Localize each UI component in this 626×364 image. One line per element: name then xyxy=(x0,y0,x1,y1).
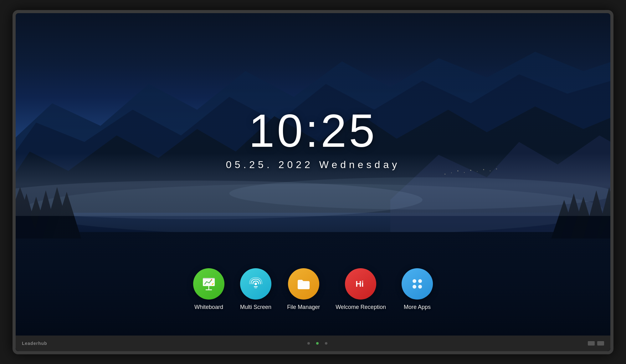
bottom-bar: Leaderhub xyxy=(16,336,610,351)
whiteboard-label: Whiteboard xyxy=(194,304,223,310)
app-welcomereception[interactable]: Hi Welcome Reception xyxy=(336,268,386,310)
bottom-dot-3 xyxy=(325,342,327,345)
bottom-rect-2[interactable] xyxy=(597,341,604,346)
multiscreen-label: Multi Screen xyxy=(240,304,271,310)
svg-rect-31 xyxy=(203,278,215,286)
side-button-2[interactable] xyxy=(13,178,14,187)
apps-row: Whiteboard Multi Screen xyxy=(193,268,433,310)
svg-rect-32 xyxy=(203,278,215,279)
bottom-center-icons xyxy=(307,342,327,345)
moreapps-icon-bg xyxy=(402,268,433,300)
multiscreen-icon xyxy=(247,275,264,292)
filemanager-label: File Manager xyxy=(287,304,320,310)
svg-text:Hi: Hi xyxy=(356,279,364,289)
clock-date: 05.25. 2022 Wednesday xyxy=(226,159,400,171)
bottom-right-icons xyxy=(588,341,604,346)
bottom-dot-power[interactable] xyxy=(316,342,319,345)
whiteboard-icon-bg xyxy=(193,268,224,300)
brand-logo: Leaderhub xyxy=(22,341,47,346)
filemanager-icon-bg xyxy=(288,268,319,300)
clock-container: 10:25 05.25. 2022 Wednesday xyxy=(226,108,400,171)
left-side-buttons xyxy=(13,167,14,197)
side-button-1[interactable] xyxy=(13,167,14,176)
svg-point-42 xyxy=(418,279,422,283)
clock-time: 10:25 xyxy=(226,108,400,154)
svg-point-41 xyxy=(413,279,416,283)
filemanager-icon xyxy=(295,275,312,292)
screen: 10:25 05.25. 2022 Wednesday xyxy=(16,13,610,351)
svg-point-43 xyxy=(413,285,416,289)
svg-point-37 xyxy=(254,283,257,285)
multiscreen-icon-bg xyxy=(240,268,271,300)
welcome-icon: Hi xyxy=(352,275,369,292)
bottom-rect-1[interactable] xyxy=(588,341,595,346)
welcome-icon-bg: Hi xyxy=(345,268,377,300)
whiteboard-icon xyxy=(200,275,217,292)
app-whiteboard[interactable]: Whiteboard xyxy=(193,268,224,310)
tv-frame: 10:25 05.25. 2022 Wednesday xyxy=(13,10,613,354)
svg-point-35 xyxy=(211,279,212,280)
svg-point-44 xyxy=(418,285,422,289)
welcomereception-label: Welcome Reception xyxy=(336,304,386,310)
moreapps-label: More Apps xyxy=(404,304,431,310)
app-moreapps[interactable]: More Apps xyxy=(402,268,433,310)
app-filemanager[interactable]: File Manager xyxy=(287,268,320,310)
moreapps-icon xyxy=(409,275,426,292)
app-multiscreen[interactable]: Multi Screen xyxy=(240,268,271,310)
side-button-3[interactable] xyxy=(13,188,14,197)
bottom-dot-1 xyxy=(307,342,310,345)
